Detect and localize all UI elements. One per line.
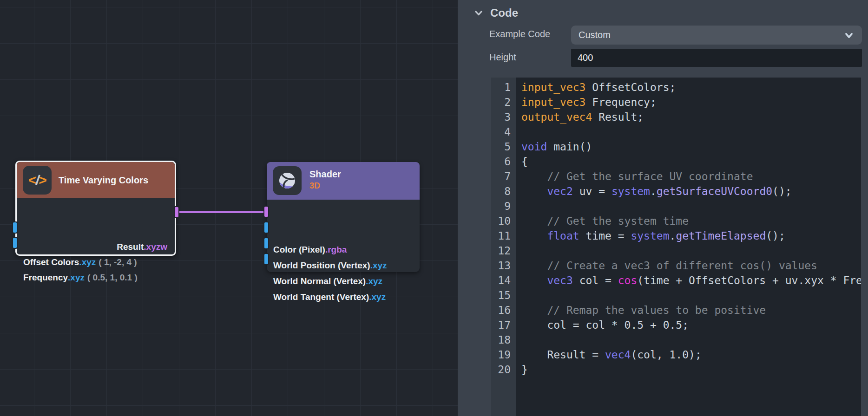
input-row-world-normal[interactable]: World Normal (Vertex).xyz — [267, 273, 420, 289]
port-label: World Position (Vertex) — [273, 260, 370, 271]
line-number: 2 — [491, 95, 516, 110]
input-port-world-normal[interactable] — [263, 237, 269, 249]
code-line[interactable] — [521, 124, 861, 139]
port-label: Color (Pixel) — [273, 245, 325, 255]
chevron-down-icon — [843, 30, 855, 41]
connection-wire[interactable] — [175, 211, 268, 213]
code-properties-panel: Code Example Code Custom Height 12345678… — [458, 0, 868, 416]
code-editor[interactable]: 1234567891011121314151617181920 input_ve… — [491, 78, 861, 416]
code-line[interactable]: // Get the system time — [521, 214, 861, 228]
node-graph-canvas[interactable]: </> Time Varying Colors Result.xyzw Offs… — [0, 0, 458, 416]
line-number: 12 — [491, 243, 516, 258]
code-line[interactable]: { — [521, 154, 861, 169]
output-port-result[interactable] — [174, 206, 179, 218]
output-row-result[interactable]: Result.xyzw — [17, 239, 175, 254]
node-title: Shader — [309, 168, 341, 180]
code-line[interactable]: col = col * 0.5 + 0.5; — [521, 318, 861, 332]
port-suffix: .xyzw — [144, 242, 167, 252]
line-number: 19 — [491, 347, 516, 362]
chevron-down-icon[interactable] — [473, 8, 484, 18]
input-row-world-tangent[interactable]: World Tangent (Vertex).xyz — [267, 289, 420, 305]
port-default-value: ( 0.5, 1, 0.1 ) — [87, 273, 138, 283]
port-suffix: .xyz — [79, 257, 96, 267]
port-default-value: ( 1, -2, 4 ) — [99, 257, 137, 267]
input-row-offset-colors[interactable]: Offset Colors.xyz( 1, -2, 4 ) — [17, 254, 175, 270]
code-line[interactable]: Result = vec4(col, 1.0); — [521, 347, 861, 362]
code-line[interactable] — [521, 199, 861, 214]
line-number: 20 — [491, 362, 516, 377]
code-line[interactable]: // Get the surface UV coordinate — [521, 169, 861, 184]
example-code-label: Example Code — [489, 29, 550, 39]
port-label: World Normal (Vertex) — [273, 276, 366, 286]
node-header[interactable]: Shader 3D — [267, 162, 420, 200]
line-number: 3 — [491, 110, 516, 124]
line-number: 1 — [491, 80, 516, 95]
input-port-world-position[interactable] — [263, 221, 269, 234]
code-brackets-icon: </> — [23, 166, 52, 195]
code-line[interactable]: float time = system.getTimeElapsed(); — [521, 228, 861, 243]
code-line[interactable]: input_vec3 Frequency; — [521, 95, 861, 110]
line-number: 10 — [491, 214, 516, 228]
line-number: 16 — [491, 303, 516, 318]
input-row-color-pixel[interactable]: Color (Pixel).rgba — [267, 242, 420, 257]
dropdown-selected-value: Custom — [579, 30, 843, 40]
code-line[interactable] — [521, 288, 861, 303]
code-line[interactable]: // Create a vec3 of different cos() valu… — [521, 258, 861, 273]
code-line[interactable] — [521, 243, 861, 258]
code-line[interactable]: } — [521, 362, 861, 377]
code-line[interactable]: void main() — [521, 139, 861, 154]
line-number: 11 — [491, 228, 516, 243]
line-number: 9 — [491, 199, 516, 214]
port-suffix: .rgba — [325, 245, 347, 255]
port-label: Frequency — [23, 273, 68, 283]
input-port-color-pixel[interactable] — [263, 206, 269, 218]
node-title: Time Varying Colors — [59, 162, 148, 198]
line-number: 6 — [491, 154, 516, 169]
code-line[interactable]: vec3 col = cos(time + OffsetColors + uv.… — [521, 273, 861, 288]
code-gutter: 1234567891011121314151617181920 — [491, 78, 516, 416]
node-header[interactable]: </> Time Varying Colors — [17, 162, 175, 198]
example-code-dropdown[interactable]: Custom — [571, 26, 862, 45]
port-label: Offset Colors — [23, 257, 79, 267]
code-line[interactable]: vec2 uv = system.getSurfaceUVCoord0(); — [521, 184, 861, 199]
port-label: World Tangent (Vertex) — [273, 292, 369, 302]
angle-right-glyph: > — [39, 172, 46, 188]
code-line[interactable] — [521, 332, 861, 347]
line-number: 7 — [491, 169, 516, 184]
code-line[interactable]: input_vec3 OffsetColors; — [521, 80, 861, 95]
line-number: 17 — [491, 318, 516, 332]
input-port-world-tangent[interactable] — [263, 253, 269, 265]
port-suffix: .xyz — [369, 292, 386, 302]
height-input[interactable] — [571, 49, 862, 67]
port-suffix: .xyz — [370, 260, 387, 271]
line-number: 18 — [491, 332, 516, 347]
input-row-world-position[interactable]: World Position (Vertex).xyz — [267, 258, 420, 273]
node-time-varying-colors[interactable]: </> Time Varying Colors Result.xyzw Offs… — [15, 161, 176, 256]
line-number: 4 — [491, 124, 516, 139]
input-port-offset-colors[interactable] — [12, 221, 18, 234]
line-number: 5 — [491, 139, 516, 154]
node-subtitle: 3D — [309, 180, 341, 191]
code-lines[interactable]: input_vec3 OffsetColors;input_vec3 Frequ… — [516, 78, 861, 416]
line-number: 8 — [491, 184, 516, 199]
code-line[interactable]: // Remap the values to be positive — [521, 303, 861, 318]
code-line[interactable]: output_vec4 Result; — [521, 110, 861, 124]
height-label: Height — [489, 52, 516, 63]
panel-title: Code — [490, 6, 518, 20]
line-number: 13 — [491, 258, 516, 273]
port-suffix: .xyz — [68, 273, 85, 283]
sphere-3d-icon — [273, 166, 302, 195]
line-number: 14 — [491, 273, 516, 288]
line-number: 15 — [491, 288, 516, 303]
input-row-frequency[interactable]: Frequency.xyz( 0.5, 1, 0.1 ) — [17, 270, 175, 285]
port-suffix: .xyz — [366, 276, 382, 286]
port-label: Result — [117, 242, 144, 252]
node-shader[interactable]: Shader 3D Color (Pixel).rgba World Posit… — [267, 162, 420, 272]
input-port-frequency[interactable] — [12, 237, 18, 249]
